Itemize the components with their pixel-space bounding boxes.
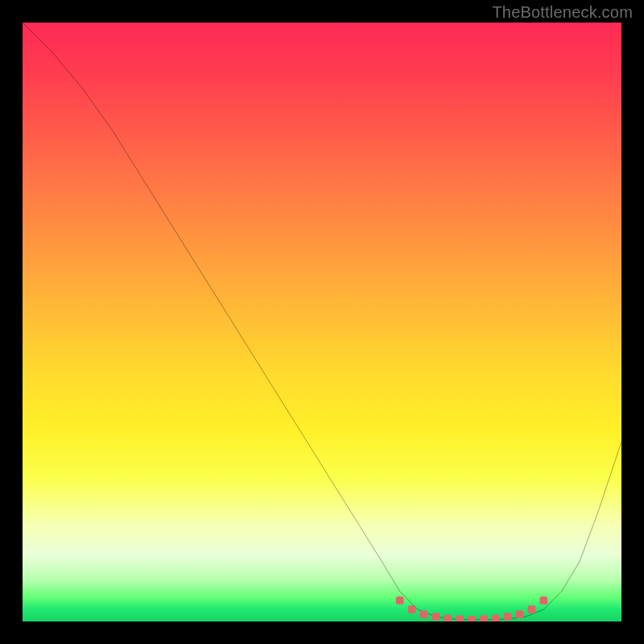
marker-dot bbox=[396, 597, 404, 605]
marker-dot bbox=[408, 605, 416, 613]
marker-dot bbox=[420, 610, 428, 618]
marker-dot bbox=[528, 605, 536, 613]
optimal-range-markers bbox=[396, 597, 547, 621]
marker-dot bbox=[456, 615, 464, 621]
marker-dot bbox=[504, 613, 512, 621]
attribution-label: TheBottleneck.com bbox=[492, 3, 633, 22]
chart-frame: TheBottleneck.com bbox=[0, 0, 644, 644]
bottleneck-curve bbox=[23, 23, 621, 620]
marker-dot bbox=[492, 614, 500, 621]
curve-svg bbox=[23, 23, 621, 621]
marker-dot bbox=[539, 597, 547, 605]
curve-line bbox=[23, 23, 621, 620]
marker-dot bbox=[432, 613, 440, 621]
marker-dot bbox=[480, 615, 488, 621]
marker-dot bbox=[468, 616, 476, 621]
marker-dot bbox=[444, 614, 452, 621]
marker-dot bbox=[516, 610, 524, 618]
plot-area bbox=[23, 23, 621, 621]
